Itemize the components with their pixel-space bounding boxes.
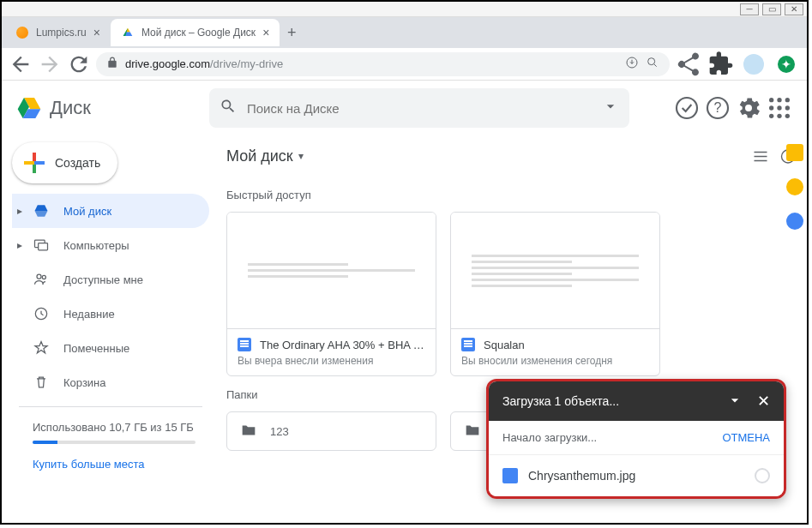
storage-bar	[33, 441, 195, 444]
file-title: The Ordinary AHA 30% + BHA 2% Pe...	[260, 339, 425, 351]
file-title: Squalan	[484, 339, 525, 351]
forward-button[interactable]	[38, 52, 62, 76]
google-docs-icon	[461, 338, 475, 351]
file-preview	[451, 213, 659, 328]
plus-icon	[24, 153, 45, 173]
sidebar-item-shared[interactable]: Доступные мне	[12, 262, 209, 297]
close-tab-icon[interactable]: ×	[262, 26, 269, 39]
new-tab-button[interactable]: +	[280, 21, 304, 45]
browser-tab-active[interactable]: Мой диск – Google Диск ×	[111, 19, 280, 46]
profile-avatar[interactable]	[740, 51, 767, 78]
sidebar-item-starred[interactable]: Помеченные	[12, 331, 209, 365]
tab-title: Lumpics.ru	[36, 27, 87, 39]
adguard-icon[interactable]: ✦	[773, 51, 800, 78]
zoom-icon[interactable]	[646, 56, 659, 72]
folder-card[interactable]: 123	[226, 411, 436, 451]
svg-point-16	[785, 105, 790, 110]
page-share-icon[interactable]	[675, 51, 702, 78]
create-button-label: Создать	[55, 156, 100, 170]
sidebar-item-computers[interactable]: ▸ Компьютеры	[12, 228, 209, 262]
search-icon	[220, 98, 237, 118]
upload-panel-title: Загрузка 1 объекта...	[502, 394, 619, 408]
svg-point-13	[785, 98, 790, 102]
trash-icon	[33, 374, 50, 391]
computers-icon	[33, 237, 50, 254]
lock-icon	[106, 57, 118, 71]
file-preview	[227, 213, 436, 328]
collapse-panel-icon[interactable]	[726, 392, 743, 411]
close-tab-icon[interactable]: ×	[93, 26, 100, 39]
svg-point-14	[769, 105, 773, 110]
drive-logo-icon	[15, 94, 43, 122]
file-subtitle: Вы вносили изменения сегодня	[461, 355, 649, 367]
folder-icon	[463, 421, 482, 442]
install-app-icon[interactable]	[625, 56, 639, 72]
ready-offline-icon[interactable]	[673, 94, 701, 122]
drive-favicon	[121, 26, 135, 39]
upload-file-row: Chrysanthemum.jpg	[489, 455, 784, 496]
upload-panel-header: Загрузка 1 объекта... ✕	[489, 381, 784, 421]
svg-point-11	[769, 98, 773, 102]
sidebar-item-recent[interactable]: Недавние	[12, 297, 209, 331]
upload-file-name: Chrysanthemum.jpg	[528, 469, 635, 483]
nav-label: Доступные мне	[63, 273, 143, 286]
close-panel-icon[interactable]: ✕	[757, 392, 770, 411]
browser-toolbar: drive.google.com/drive/my-drive ✦	[2, 48, 807, 81]
list-view-icon[interactable]	[752, 146, 769, 167]
file-card[interactable]: Squalan Вы вносили изменения сегодня	[450, 212, 660, 376]
breadcrumb[interactable]: Мой диск ▾	[226, 147, 304, 165]
svg-marker-20	[35, 205, 48, 211]
tasks-sidepanel-icon[interactable]	[786, 213, 803, 230]
back-button[interactable]	[9, 52, 33, 76]
window-minimize-button[interactable]: ─	[740, 3, 759, 15]
drive-logo-text: Диск	[50, 97, 91, 119]
file-card[interactable]: The Ordinary AHA 30% + BHA 2% Pe... Вы в…	[226, 212, 436, 376]
lumpics-favicon	[15, 26, 29, 39]
address-bar[interactable]: drive.google.com/drive/my-drive	[96, 52, 670, 76]
file-subtitle: Вы вчера внесли изменения	[238, 355, 425, 367]
nav-label: Помеченные	[63, 342, 129, 355]
upload-spinner-icon	[755, 468, 770, 483]
url-text: drive.google.com/drive/my-drive	[125, 57, 618, 70]
svg-point-4	[648, 58, 655, 65]
sidebar-item-trash[interactable]: Корзина	[12, 365, 209, 399]
svg-point-18	[777, 114, 781, 118]
shared-icon	[33, 271, 50, 288]
support-icon[interactable]: ?	[704, 94, 731, 122]
nav-label: Корзина	[63, 376, 106, 389]
nav-label: Компьютеры	[63, 239, 129, 252]
svg-point-24	[37, 274, 41, 279]
apps-grid-icon[interactable]	[766, 94, 793, 122]
cancel-upload-button[interactable]: ОТМЕНА	[722, 431, 770, 444]
sidebar-item-my-drive[interactable]: ▸ Мой диск	[12, 194, 209, 228]
browser-tab[interactable]: Lumpics.ru ×	[5, 19, 111, 46]
svg-marker-21	[35, 211, 48, 217]
keep-sidepanel-icon[interactable]	[786, 178, 803, 195]
search-input[interactable]	[247, 101, 592, 116]
search-bar[interactable]	[209, 88, 629, 128]
window-maximize-button[interactable]: ▭	[762, 3, 781, 15]
buy-storage-link[interactable]: Купить больше места	[33, 458, 195, 471]
window-titlebar: ─ ▭ ✕	[2, 2, 807, 17]
chevron-right-icon: ▸	[17, 205, 22, 217]
storage-text: Использовано 10,7 ГБ из 15 ГБ	[33, 421, 195, 434]
svg-point-17	[769, 114, 773, 118]
star-icon	[33, 339, 50, 357]
svg-rect-23	[39, 243, 48, 250]
create-button[interactable]: Создать	[12, 142, 117, 183]
chevron-right-icon: ▸	[17, 239, 22, 251]
window-close-button[interactable]: ✕	[785, 3, 803, 15]
folder-name: 123	[270, 425, 289, 438]
upload-status-row: Начало загрузки... ОТМЕНА	[489, 421, 784, 455]
recent-icon	[33, 305, 50, 322]
drive-app-header: Диск ?	[2, 81, 807, 135]
side-panel	[785, 137, 805, 237]
search-options-icon[interactable]	[602, 98, 619, 118]
svg-point-25	[42, 275, 45, 279]
drive-logo[interactable]: Диск	[15, 94, 202, 122]
extensions-icon[interactable]	[707, 51, 735, 78]
reload-button[interactable]	[67, 52, 91, 76]
settings-icon[interactable]	[735, 94, 762, 122]
calendar-sidepanel-icon[interactable]	[786, 144, 803, 161]
folder-icon	[239, 421, 258, 442]
